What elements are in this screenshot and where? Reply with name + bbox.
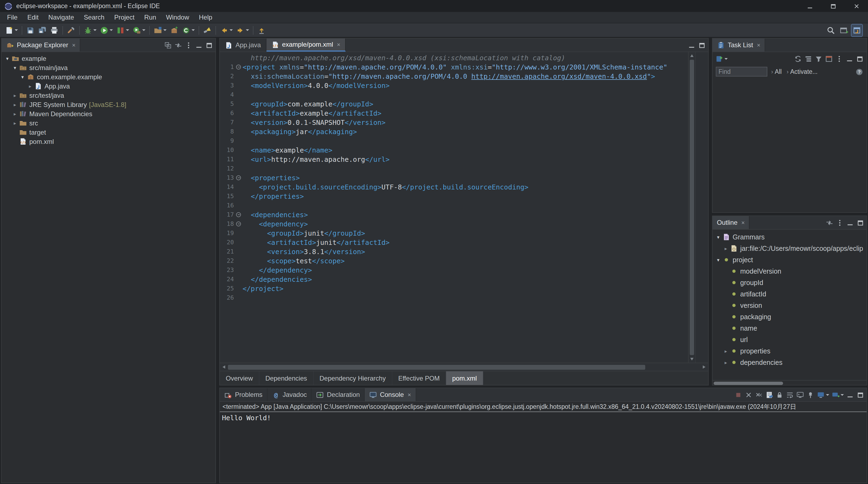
new-java-project-button[interactable] <box>153 24 168 36</box>
new-class-button[interactable] <box>181 24 196 36</box>
categorized-button[interactable] <box>804 55 812 63</box>
tree-item-artifactid[interactable]: artifactId <box>713 288 867 300</box>
scroll-right-icon[interactable] <box>703 365 706 369</box>
menu-help[interactable]: Help <box>194 12 217 23</box>
tree-item-com-example-example[interactable]: ▾com.example.example <box>2 72 215 82</box>
pom-page-tab-overview[interactable]: Overview <box>220 371 259 385</box>
tree-item-packaging[interactable]: packaging <box>713 311 867 323</box>
maximize-button[interactable] <box>205 41 213 49</box>
code-line[interactable]: 6 <artifactId>example</artifactId> <box>221 109 688 118</box>
close-tab-icon[interactable]: × <box>407 392 411 398</box>
show-stdout-button[interactable] <box>796 391 804 399</box>
debug-button[interactable] <box>83 24 98 36</box>
tree-item-project[interactable]: ▾project <box>713 254 867 266</box>
collapsed-arrow-icon[interactable]: ▸ <box>11 111 19 117</box>
vertical-scroll-thumb[interactable] <box>690 60 694 355</box>
minimize-button[interactable] <box>846 218 854 226</box>
maximize-button[interactable] <box>698 41 706 49</box>
tree-item-app-java[interactable]: ▸App.java <box>2 82 215 91</box>
java-perspective-button[interactable] <box>851 24 862 36</box>
menu-search[interactable]: Search <box>79 12 110 23</box>
collapsed-arrow-icon[interactable]: ▸ <box>11 120 19 126</box>
scroll-up-icon[interactable] <box>690 54 693 57</box>
menu-file[interactable]: File <box>2 12 23 23</box>
editor-horizontal-scrollbar[interactable] <box>220 363 708 371</box>
code-line[interactable]: 26 <box>221 293 688 302</box>
tree-item-version[interactable]: version <box>713 300 867 311</box>
dropdown-caret-icon[interactable] <box>142 29 146 31</box>
link-with-editor-button[interactable] <box>826 218 834 226</box>
code-line[interactable]: 24 </dependencies> <box>221 275 688 284</box>
tree-item-pom-xml[interactable]: pom.xml <box>2 137 215 146</box>
collapsed-arrow-icon[interactable]: ▸ <box>27 83 34 89</box>
dropdown-caret-icon[interactable] <box>229 29 233 31</box>
display-selected-console-button[interactable] <box>817 391 829 399</box>
tab-outline[interactable]: Outline × <box>713 216 750 229</box>
expanded-arrow-icon[interactable]: ▾ <box>19 74 26 80</box>
tree-item-name[interactable]: name <box>713 323 867 334</box>
dropdown-caret-icon[interactable] <box>126 29 129 31</box>
pom-page-tab-pom-xml[interactable]: pom.xml <box>446 371 484 385</box>
fold-marker-icon[interactable] <box>235 219 243 229</box>
print-button[interactable] <box>49 24 60 36</box>
pom-page-tab-dependencies[interactable]: Dependencies <box>259 371 313 385</box>
menu-navigate[interactable]: Navigate <box>43 12 79 23</box>
code-line[interactable]: 25</project> <box>221 284 688 293</box>
tree-item-modelversion[interactable]: modelVersion <box>713 266 867 277</box>
close-view-icon[interactable]: × <box>757 42 760 48</box>
console-tab-console[interactable]: Console× <box>365 388 416 401</box>
code-line[interactable]: 22 <scope>test</scope> <box>221 256 688 266</box>
open-perspective-button[interactable] <box>838 24 849 36</box>
word-wrap-button[interactable] <box>786 391 794 399</box>
code-line[interactable]: 7 <version>0.0.1-SNAPSHOT</version> <box>221 118 688 127</box>
code-line[interactable]: 2 xsi:schemaLocation="http://maven.apach… <box>221 72 688 81</box>
console-tab-declaration[interactable]: Declaration <box>312 388 365 401</box>
tree-item-src-main-java[interactable]: ▾src/main/java <box>2 63 215 72</box>
dropdown-caret-icon[interactable] <box>110 29 113 31</box>
tree-item-src[interactable]: ▸src <box>2 118 215 128</box>
expanded-arrow-icon[interactable]: ▾ <box>11 65 19 70</box>
code-line[interactable]: 14 <project.build.sourceEncoding>UTF-8</… <box>221 182 688 192</box>
maximize-button[interactable] <box>822 0 845 12</box>
view-menu-button[interactable] <box>836 218 844 226</box>
open-console-button[interactable] <box>831 391 844 399</box>
code-line[interactable]: 3 <modelVersion>4.0.0</modelVersion> <box>221 81 688 90</box>
close-view-icon[interactable]: × <box>741 220 745 225</box>
code-line[interactable]: 5 <groupId>com.example</groupId> <box>221 99 688 109</box>
horizontal-scroll-thumb[interactable] <box>228 365 645 369</box>
minimize-button[interactable] <box>195 41 203 49</box>
remove-all-launches-button[interactable] <box>755 391 763 399</box>
menu-run[interactable]: Run <box>140 12 161 23</box>
dropdown-caret-icon[interactable] <box>14 29 18 31</box>
tree-item-jar-file-c-users-meowr-scoop-apps-eclip[interactable]: ▸jar:file:/C:/Users/meowr/scoop/apps/ecl… <box>713 243 867 254</box>
console-tab-javadoc[interactable]: @Javadoc <box>267 388 311 401</box>
close-tab-icon[interactable]: × <box>337 41 340 48</box>
minimize-button[interactable] <box>798 0 822 12</box>
minimize-button[interactable] <box>688 41 696 49</box>
collapse-all-button[interactable] <box>164 41 172 49</box>
close-button[interactable] <box>845 0 868 12</box>
code-line[interactable]: 17 <dependencies> <box>221 210 688 219</box>
code-editor[interactable]: http://maven.apache.org/xsd/maven-4.0.0.… <box>220 52 708 363</box>
editor-tab-app-java[interactable]: App.java <box>220 38 266 52</box>
back-button[interactable] <box>219 24 234 36</box>
menu-window[interactable]: Window <box>161 12 194 23</box>
tree-item-dependencies[interactable]: ▸dependencies <box>713 357 867 368</box>
collapsed-arrow-icon[interactable]: ▸ <box>11 102 19 107</box>
collapsed-arrow-icon[interactable]: ▸ <box>722 348 730 354</box>
maximize-button[interactable] <box>856 218 865 226</box>
tree-item-example[interactable]: ▾example <box>2 54 215 63</box>
clear-console-button[interactable] <box>765 391 773 399</box>
code-line[interactable]: 15 </properties> <box>221 192 688 201</box>
terminate-button[interactable] <box>734 391 742 399</box>
minimize-button[interactable] <box>846 391 854 399</box>
expanded-arrow-icon[interactable]: ▾ <box>715 257 722 263</box>
tab-task-list[interactable]: Task List × <box>713 38 765 52</box>
find-input[interactable] <box>716 67 767 77</box>
new-task-button[interactable] <box>715 55 728 63</box>
fold-marker-icon[interactable] <box>235 210 243 219</box>
code-line[interactable]: 4 <box>221 90 688 99</box>
code-line[interactable]: 11 <url>http://maven.apache.org</url> <box>221 155 688 164</box>
dropdown-caret-icon[interactable] <box>246 29 249 31</box>
view-menu-button[interactable] <box>185 41 193 49</box>
